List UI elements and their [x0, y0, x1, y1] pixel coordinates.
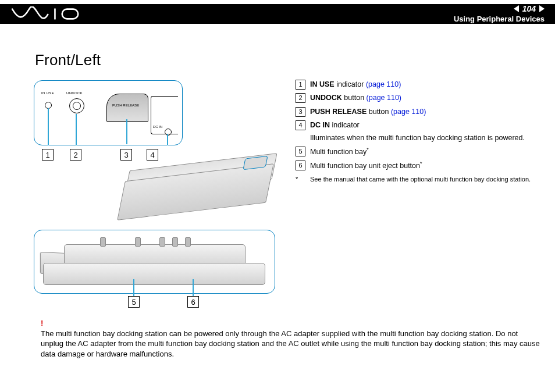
in-use-label: IN USE: [41, 91, 54, 95]
callout-box-4: 4: [147, 149, 158, 161]
warning-text: The multi function bay docking station c…: [41, 329, 541, 359]
dock-front-base: [43, 263, 265, 285]
vaio-logo: [10, 6, 81, 22]
legend-item: 6Multi function bay unit eject button*: [296, 160, 540, 172]
page-link[interactable]: (page 110): [366, 80, 401, 88]
undock-button-graphic: [69, 98, 84, 113]
legend-list: 1IN USE indicator (page 110) 2UNDOCK but…: [296, 79, 540, 184]
page-nav: 104: [514, 4, 545, 13]
dock-pin: [135, 237, 141, 247]
dock-pin: [185, 237, 191, 247]
push-release-label: PUSH RELEASE: [110, 102, 141, 109]
legend-item: 1IN USE indicator (page 110): [296, 79, 540, 90]
legend-item: 4DC IN indicator: [296, 120, 540, 131]
page-link[interactable]: (page 110): [391, 108, 426, 116]
legend-item: 2UNDOCK button (page 110): [296, 92, 540, 104]
callout-lead-1: [48, 108, 49, 145]
callout-box-2: 2: [70, 149, 81, 161]
callout-lead-3: [126, 119, 127, 144]
callout-lead-5: [133, 279, 134, 297]
prev-page-icon[interactable]: [514, 5, 519, 12]
dc-in-indicator: [165, 129, 172, 136]
header-bar: 104 Using Peripheral Devices: [0, 4, 555, 24]
undock-label: UNDOCK: [66, 91, 83, 95]
svg-rect-1: [62, 9, 79, 19]
callout-lead-6: [193, 279, 194, 297]
warning-icon: !: [41, 319, 43, 327]
callout-lead-4: [167, 134, 168, 145]
warning-note: ! The multi function bay docking station…: [41, 318, 541, 359]
dock-front-upper: [64, 244, 246, 265]
callout-box-3: 3: [120, 149, 132, 161]
legend-subtext: Illuminates when the multi function bay …: [296, 133, 540, 144]
front-plate: [151, 96, 178, 134]
dock-pin: [159, 237, 165, 247]
dock-pin: [100, 237, 106, 247]
page-number: 104: [522, 4, 536, 13]
legend-item: 3PUSH RELEASE button (page 110): [296, 106, 540, 117]
page-heading: Front/Left: [35, 51, 101, 69]
page-link[interactable]: (page 110): [367, 94, 401, 102]
callout-box-5: 5: [128, 296, 140, 308]
legend-footnote: *See the manual that came with the optio…: [296, 174, 540, 184]
diagram-top-panel: IN USE UNDOCK PUSH RELEASE DC IN: [34, 80, 183, 145]
legend-item: 5Multi function bay*: [296, 146, 540, 158]
callout-box-6: 6: [187, 296, 199, 308]
next-page-icon[interactable]: [539, 5, 545, 12]
dc-in-label: DC IN: [153, 125, 162, 129]
dock-pin: [172, 237, 178, 247]
callout-box-1: 1: [42, 149, 54, 161]
callout-lead-2: [76, 114, 77, 145]
section-title: Using Peripheral Devices: [454, 15, 545, 23]
